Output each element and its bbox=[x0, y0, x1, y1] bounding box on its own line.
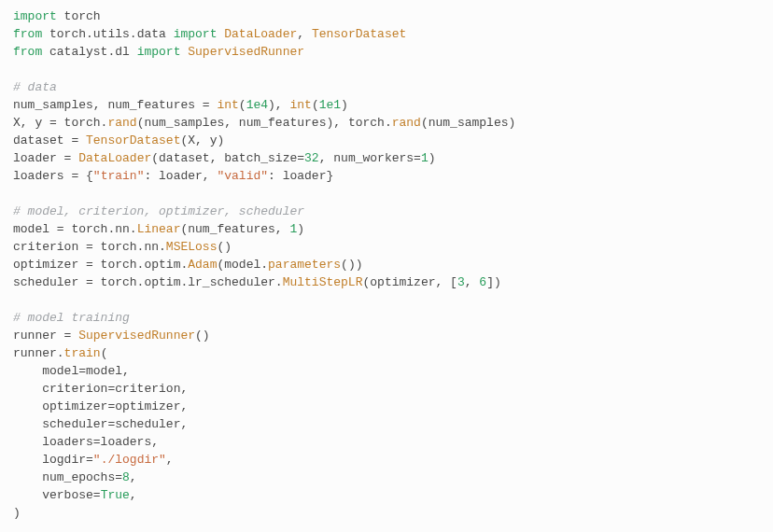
code-line: runner.train( bbox=[13, 344, 760, 362]
code-line: logdir="./logdir", bbox=[13, 451, 760, 469]
code-token: (model. bbox=[217, 258, 268, 272]
code-token: model = torch.nn. bbox=[13, 222, 137, 236]
code-token: "./logdir" bbox=[93, 453, 166, 467]
code-line: runner = SupervisedRunner() bbox=[13, 327, 760, 344]
code-token: , bbox=[166, 453, 174, 467]
code-line: loaders = {"train": loader, "valid": loa… bbox=[13, 167, 760, 185]
code-token: True bbox=[101, 488, 130, 502]
code-token: ) bbox=[297, 222, 304, 236]
code-token: int bbox=[289, 98, 311, 112]
code-line: criterion=criterion, bbox=[13, 380, 760, 398]
code-token: , num_workers= bbox=[319, 151, 421, 165]
code-token: 1e1 bbox=[319, 98, 341, 112]
code-token: rand bbox=[107, 116, 136, 130]
code-token: () bbox=[217, 240, 232, 254]
code-token: 1 bbox=[421, 151, 429, 165]
code-token: ()) bbox=[341, 258, 362, 272]
code-token: SupervisedRunner bbox=[188, 45, 304, 59]
code-token: X, y = torch. bbox=[13, 116, 107, 130]
code-token: , bbox=[130, 488, 137, 502]
code-line: loader = DataLoader(dataset, batch_size=… bbox=[13, 149, 760, 167]
code-line: num_samples, num_features = int(1e4), in… bbox=[13, 96, 760, 114]
code-token: # model training bbox=[13, 311, 130, 325]
code-token: # data bbox=[13, 80, 57, 94]
code-token: logdir= bbox=[13, 453, 93, 467]
code-line: # model, criterion, optimizer, scheduler bbox=[13, 203, 760, 220]
code-token: scheduler = torch.optim.lr_scheduler. bbox=[13, 275, 283, 289]
code-token: ), bbox=[268, 98, 289, 112]
code-token: , bbox=[297, 27, 312, 41]
code-token: Adam bbox=[188, 258, 217, 272]
code-token: torch bbox=[64, 9, 101, 23]
code-line: # data bbox=[13, 78, 760, 96]
code-token: 8 bbox=[122, 470, 130, 484]
code-token: (num_features, bbox=[180, 222, 289, 236]
code-token: ( bbox=[312, 98, 319, 112]
code-token: # model, criterion, optimizer, scheduler bbox=[13, 204, 304, 218]
code-line: # model training bbox=[13, 309, 760, 327]
code-token: rand bbox=[392, 116, 421, 130]
code-token: catalyst.dl bbox=[49, 45, 137, 59]
code-token: ( bbox=[101, 346, 108, 360]
code-token: 6 bbox=[479, 275, 486, 289]
code-token: (X, y) bbox=[180, 133, 224, 147]
code-line: loaders=loaders, bbox=[13, 433, 760, 451]
code-token: int bbox=[217, 98, 238, 112]
code-line: verbose=True, bbox=[13, 486, 760, 504]
code-token: loader = bbox=[13, 151, 78, 165]
code-line: num_epochs=8, bbox=[13, 469, 760, 486]
code-token: "train" bbox=[93, 169, 145, 183]
code-token: loaders=loaders, bbox=[13, 435, 159, 449]
code-token: criterion=criterion, bbox=[13, 382, 188, 396]
code-token: from bbox=[13, 45, 49, 59]
code-token: import bbox=[174, 27, 225, 41]
code-token: (optimizer, [ bbox=[362, 275, 457, 289]
code-token: from bbox=[13, 27, 49, 41]
code-token: ) bbox=[13, 506, 21, 520]
code-line: scheduler=scheduler, bbox=[13, 415, 760, 433]
code-token: 1e4 bbox=[246, 98, 268, 112]
code-token: dataset = bbox=[13, 133, 86, 147]
code-token: runner. bbox=[13, 346, 64, 360]
code-token: num_samples, num_features = bbox=[13, 98, 217, 112]
code-token: model=model, bbox=[13, 364, 130, 378]
code-line: model=model, bbox=[13, 362, 760, 380]
code-token: 32 bbox=[304, 151, 319, 165]
code-token: MSELoss bbox=[166, 240, 218, 254]
code-token: import bbox=[13, 9, 64, 23]
code-token: (num_samples) bbox=[421, 116, 515, 130]
code-line: optimizer = torch.optim.Adam(model.param… bbox=[13, 256, 760, 273]
code-line: scheduler = torch.optim.lr_scheduler.Mul… bbox=[13, 273, 760, 291]
code-token: "valid" bbox=[217, 169, 268, 183]
code-token: DataLoader bbox=[224, 27, 297, 41]
code-token: criterion = torch.nn. bbox=[13, 240, 166, 254]
code-line: ) bbox=[13, 504, 760, 522]
code-token: 3 bbox=[457, 275, 465, 289]
code-line: model = torch.nn.Linear(num_features, 1) bbox=[13, 220, 760, 238]
code-line bbox=[13, 61, 760, 78]
code-line: from torch.utils.data import DataLoader,… bbox=[13, 25, 760, 43]
code-token: ( bbox=[239, 98, 246, 112]
code-line bbox=[13, 291, 760, 309]
code-token: (dataset, batch_size= bbox=[151, 151, 304, 165]
code-line: X, y = torch.rand(num_samples, num_featu… bbox=[13, 114, 760, 132]
code-token: torch.utils.data bbox=[49, 27, 174, 41]
code-token: optimizer=optimizer, bbox=[13, 399, 188, 413]
code-token: : loader} bbox=[268, 169, 333, 183]
code-line: criterion = torch.nn.MSELoss() bbox=[13, 238, 760, 256]
code-line: optimizer=optimizer, bbox=[13, 398, 760, 415]
code-token: SupervisedRunner bbox=[78, 329, 195, 343]
code-token: TensorDataset bbox=[312, 27, 406, 41]
code-token: loaders = { bbox=[13, 169, 93, 183]
code-token: ) bbox=[429, 151, 436, 165]
code-token: import bbox=[137, 45, 189, 59]
code-token: num_epochs= bbox=[13, 470, 122, 484]
code-token: ]) bbox=[486, 275, 501, 289]
code-block: import torchfrom torch.utils.data import… bbox=[13, 7, 760, 522]
code-token: verbose= bbox=[13, 488, 101, 502]
code-token: ) bbox=[341, 98, 348, 112]
code-token: (num_samples, num_features), torch. bbox=[137, 116, 392, 130]
code-token: train bbox=[64, 346, 101, 360]
code-token: TensorDataset bbox=[86, 133, 180, 147]
code-token: () bbox=[195, 329, 210, 343]
